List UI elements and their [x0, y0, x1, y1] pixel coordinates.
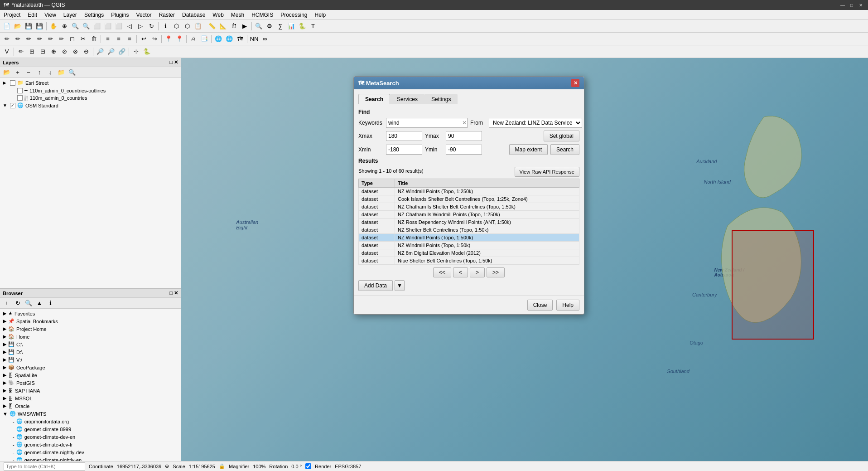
tb-l3[interactable]: 🔗	[117, 47, 127, 57]
layer-check-esri[interactable]	[10, 80, 15, 86]
tb-edit4[interactable]: ✏	[34, 34, 44, 44]
menu-mesh[interactable]: Mesh	[227, 10, 248, 19]
layer-item-osm[interactable]: ▼ 🌐 OSM Standard	[0, 102, 181, 109]
tb-b1[interactable]: ⊹	[131, 47, 141, 57]
render-checkbox[interactable]	[305, 463, 311, 469]
page-first-button[interactable]: <<	[433, 267, 451, 277]
tb-v3[interactable]: ⊟	[38, 47, 48, 57]
layer-check-countries[interactable]	[17, 95, 23, 101]
browser-maximize-icon[interactable]: □	[169, 290, 173, 296]
map-extent-button[interactable]: Map extent	[509, 144, 548, 155]
table-row[interactable]: datasetNZ 8m Digital Elevation Model (20…	[359, 249, 579, 257]
tb-zoom-layer[interactable]: ⬜	[103, 21, 113, 31]
close-button[interactable]: Close	[527, 300, 553, 311]
tb-attribute[interactable]: 📋	[193, 21, 203, 31]
menu-processing[interactable]: Processing	[277, 10, 311, 19]
tb-globe[interactable]: 🌐	[213, 34, 223, 44]
tab-search[interactable]: Search	[358, 94, 390, 104]
browser-item-wms[interactable]: ▼ 🌐 WMS/WMTS	[0, 410, 181, 418]
table-row[interactable]: datasetNZ Windmill Points (Topo, 1:500k)	[359, 234, 579, 242]
tb-layout[interactable]: 📑	[199, 34, 209, 44]
layer-check-outlines[interactable]	[17, 88, 23, 93]
tb-edit9[interactable]: 🗑	[89, 34, 99, 44]
browser-item-geometnightly[interactable]: - 🌐 geomet-climate-nightly-dev	[0, 448, 181, 456]
tab-services[interactable]: Services	[390, 94, 424, 104]
browser-item-spatialite[interactable]: ▶ 🗄 SpatiaLite	[0, 371, 181, 379]
tb-refresh[interactable]: ↻	[146, 21, 156, 31]
xmax-input[interactable]	[386, 131, 422, 141]
browser-item-c[interactable]: ▶ 💾 C:\	[0, 340, 181, 348]
menu-raster[interactable]: Raster	[155, 10, 178, 19]
browser-tb-add[interactable]: +	[2, 298, 12, 308]
help-button[interactable]: Help	[556, 300, 579, 311]
tb-stats[interactable]: 📊	[286, 21, 296, 31]
menu-vector[interactable]: Vector	[133, 10, 155, 19]
tb-python[interactable]: 🐍	[297, 21, 307, 31]
browser-item-projecthome[interactable]: ▶ 🏠 Project Home	[0, 325, 181, 333]
layers-tb-filter[interactable]: 🔍	[67, 68, 77, 78]
browser-item-v[interactable]: ▶ 💾 V:\	[0, 356, 181, 364]
from-select[interactable]: New Zealand: LINZ Data Service	[489, 118, 582, 128]
tb-e1[interactable]: ≡	[103, 34, 113, 44]
browser-item-oracle[interactable]: ▶ 🗄 Oracle	[0, 402, 181, 410]
browser-item-home[interactable]: ▶ 🏠 Home	[0, 333, 181, 340]
menu-help[interactable]: Help	[311, 10, 330, 19]
tb-measure[interactable]: 📏	[207, 21, 217, 31]
tb-identify[interactable]: ℹ	[160, 21, 170, 31]
menu-database[interactable]: Database	[178, 10, 209, 19]
tb-s1[interactable]: 🔍	[254, 21, 264, 31]
tb-v1[interactable]: ✏	[16, 47, 26, 57]
browser-item-mssql[interactable]: ▶ 🗄 MSSQL	[0, 394, 181, 402]
tb-text[interactable]: T	[308, 21, 318, 31]
tb-v4[interactable]: ⊕	[48, 47, 58, 57]
tb-s2[interactable]: ⚙	[265, 21, 275, 31]
tb-edit5[interactable]: ✏	[45, 34, 55, 44]
tb-zoom-prev[interactable]: ◁	[125, 21, 135, 31]
dialog-close-button[interactable]: ✕	[571, 79, 579, 87]
tb-nn[interactable]: NN	[249, 34, 259, 44]
menu-project[interactable]: Project	[0, 10, 24, 19]
tb-edit2[interactable]: ✏	[13, 34, 23, 44]
table-row[interactable]: datasetNZ Windmill Points (Topo, 1:250k)	[359, 188, 579, 195]
tb-new[interactable]: 📄	[2, 21, 12, 31]
minimize-button[interactable]: —	[839, 1, 846, 9]
browser-item-bookmarks[interactable]: ▶ 📌 Spatial Bookmarks	[0, 317, 181, 325]
layers-maximize-icon[interactable]: □	[169, 59, 173, 65]
tb-redo[interactable]: ↪	[149, 34, 159, 44]
set-global-button[interactable]: Set global	[544, 131, 579, 141]
layers-tb-down[interactable]: ↓	[45, 68, 55, 78]
menu-hcmgis[interactable]: HCMGIS	[248, 10, 277, 19]
ymin-input[interactable]	[446, 145, 482, 155]
browser-tb-info[interactable]: ℹ	[45, 298, 55, 308]
browser-item-geometdev-en[interactable]: - 🌐 geomet-climate-dev-en	[0, 433, 181, 441]
tb-open[interactable]: 📂	[13, 21, 23, 31]
table-row[interactable]: datasetNZ Ross Dependency Windmill Point…	[359, 219, 579, 226]
map-area[interactable]: AustralianBight Auckland North Island Ne…	[181, 58, 868, 461]
view-raw-api-button[interactable]: View Raw API Response	[515, 167, 579, 177]
browser-tb-collapse[interactable]: ▲	[34, 298, 44, 308]
tb-zoom-select[interactable]: ⬜	[114, 21, 124, 31]
tb-v5[interactable]: ⊘	[59, 47, 69, 57]
menu-edit[interactable]: Edit	[24, 10, 41, 19]
browser-tb-filter[interactable]: 🔍	[24, 298, 34, 308]
xmin-input[interactable]	[386, 145, 422, 155]
tb-timer[interactable]: ⏱	[229, 21, 239, 31]
tb-digitize[interactable]: ✏	[2, 34, 12, 44]
menu-web[interactable]: Web	[209, 10, 227, 19]
tb-zoom-full[interactable]: ⬜	[92, 21, 102, 31]
table-row[interactable]: datasetNiue Shelter Belt Centrelines (To…	[359, 257, 579, 265]
browser-item-geometdev-fr[interactable]: - 🌐 geomet-climate-dev-fr	[0, 441, 181, 448]
tb-undo[interactable]: ↩	[139, 34, 149, 44]
table-row[interactable]: datasetCook Islands Shelter Belt Centrel…	[359, 195, 579, 203]
layers-tb-open[interactable]: 📂	[2, 68, 12, 78]
menu-plugins[interactable]: Plugins	[107, 10, 132, 19]
page-prev-button[interactable]: <	[453, 267, 468, 277]
tb-zoom-next[interactable]: ▷	[135, 21, 145, 31]
tb-zoom-out[interactable]: 🔍	[81, 21, 91, 31]
tb-pan[interactable]: ✋	[48, 21, 58, 31]
browser-item-geopkg[interactable]: ▶ 📦 GeoPackage	[0, 364, 181, 371]
browser-item-postgis[interactable]: ▶ 🐘 PostGIS	[0, 379, 181, 387]
menu-layer[interactable]: Layer	[60, 10, 81, 19]
tb-anim[interactable]: ▶	[240, 21, 250, 31]
menu-settings[interactable]: Settings	[81, 10, 107, 19]
